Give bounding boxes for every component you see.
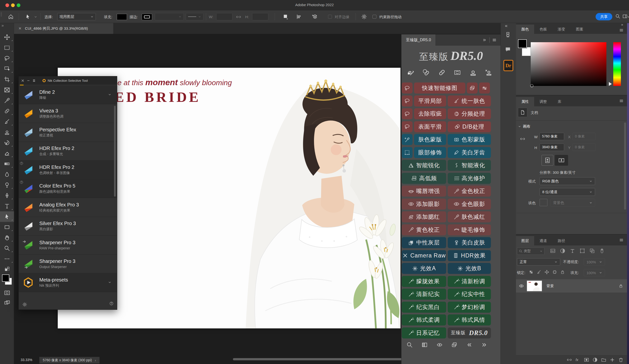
dr-button[interactable]: 中性灰层 — [402, 237, 446, 248]
close-tab-icon[interactable]: ✕ — [18, 26, 22, 31]
panel-menu-icon[interactable] — [619, 28, 624, 32]
plus-icon[interactable] — [610, 357, 615, 363]
dr-button[interactable]: 纪实黑白 — [402, 302, 446, 313]
select-mode-dropdown[interactable]: 现用图层 — [57, 13, 96, 20]
dr-button[interactable]: 光效B — [448, 263, 491, 274]
document-tab[interactable]: ✕ CUI_4866 拷贝.JPG @ 33.3%(RGB/8) — [14, 23, 113, 34]
tool-ellipsis[interactable] — [0, 254, 14, 264]
expand-panels-icon[interactable] — [504, 24, 508, 28]
dr-button[interactable]: 韩式风情 — [448, 314, 491, 325]
swap-colors-icon[interactable] — [4, 266, 10, 272]
adjust-new-icon[interactable] — [592, 357, 598, 363]
stamp-x-icon[interactable] — [485, 69, 492, 76]
bit-depth-dropdown[interactable]: 8 位/通道 — [540, 188, 595, 196]
canvas-width-input[interactable]: 5760 像素 — [540, 133, 564, 140]
tool-zoom[interactable] — [0, 243, 14, 254]
dr-button[interactable]: D/B处理 — [448, 121, 491, 132]
tool-lasso[interactable] — [0, 53, 14, 64]
folder-icon[interactable] — [601, 357, 606, 363]
gear-icon[interactable] — [361, 14, 367, 20]
align-edges-checkbox[interactable] — [328, 15, 332, 19]
chevron-down-icon[interactable] — [108, 93, 112, 96]
tab-props-调整[interactable]: 调整 — [534, 97, 552, 106]
dr-button[interactable]: 光效A — [402, 263, 446, 274]
tool-type[interactable] — [0, 201, 14, 211]
tab-props-库[interactable]: 库 — [552, 97, 567, 106]
dr-button[interactable]: 朦胧效果 — [402, 276, 446, 287]
dr-button[interactable]: 肤色减红 — [448, 211, 491, 222]
patch-icon[interactable] — [454, 69, 461, 76]
tool-rectangle[interactable] — [0, 222, 14, 232]
layer-filter-dropdown[interactable]: 类型 — [517, 247, 544, 255]
collapse-panel-icon[interactable] — [482, 38, 487, 42]
home-button[interactable] — [8, 14, 14, 20]
toolbar-collapse-icon[interactable] — [1, 24, 4, 27]
settings-gear-icon[interactable] — [22, 302, 27, 307]
nik-panel-header[interactable]: Nik Collection Selective Tool — [19, 76, 117, 85]
mask-icon[interactable] — [584, 357, 589, 363]
dr-button[interactable]: 高低频 — [402, 173, 446, 184]
shape-width-input[interactable] — [216, 13, 232, 20]
tool-object-select[interactable] — [0, 64, 14, 74]
dr5-panel-tab[interactable]: 至臻版_DR5.0 — [401, 34, 435, 46]
canvas-fill-swatch[interactable] — [540, 199, 547, 206]
screen-mode-icon[interactable] — [4, 299, 10, 306]
section-collapse-icon[interactable] — [518, 125, 521, 128]
tool-hand[interactable] — [0, 232, 14, 243]
dr-button[interactable]: 添加眼影 — [402, 198, 446, 210]
nik-plugin-item[interactable]: Sharpener Pro 3RAW Pre-sharpener — [19, 236, 117, 255]
lock-icon[interactable] — [560, 270, 565, 274]
dr-icon-button[interactable] — [402, 95, 413, 106]
healing-icon[interactable] — [438, 69, 446, 76]
collapsed-panel-icon[interactable] — [505, 31, 511, 38]
dr-icon-button[interactable] — [402, 121, 413, 132]
dr-button[interactable]: 清新粉调 — [448, 276, 491, 287]
stroke-swatch[interactable] — [142, 14, 152, 20]
color-field-marker[interactable] — [530, 84, 533, 87]
tool-blur[interactable] — [0, 169, 14, 180]
collapse-column-icon[interactable]: » — [621, 23, 623, 26]
background-color-swatch[interactable] — [522, 47, 531, 56]
dr-button[interactable]: 去除瑕疵 — [414, 108, 446, 119]
dr-button[interactable]: 分频处理 — [448, 108, 491, 119]
tool-eraser[interactable] — [0, 148, 14, 159]
layer-visibility-eye-icon[interactable] — [519, 283, 524, 288]
portrait-orientation-button[interactable] — [542, 155, 553, 166]
dr-button[interactable]: 美白皮肤 — [448, 237, 491, 248]
foreground-background-swatches[interactable] — [1, 274, 13, 286]
dr-button[interactable]: 韩式柔调 — [402, 314, 446, 325]
tile-icon[interactable] — [32, 79, 36, 82]
path-alignment-icon[interactable] — [296, 14, 302, 20]
tool-path-select[interactable] — [0, 211, 14, 222]
tool-preset-chevron-icon[interactable] — [34, 15, 37, 19]
dr-icon-button[interactable] — [402, 134, 413, 145]
dr-button[interactable]: 美白牙齿 — [448, 147, 491, 158]
dr-button[interactable]: 肤色蒙版 — [414, 134, 446, 145]
tab-layers-路径[interactable]: 路径 — [552, 236, 571, 245]
foreground-color-swatch[interactable] — [518, 39, 527, 48]
nik-plugin-item[interactable]: HDR Efex Pro 2色调映射 - 单张图像 — [19, 161, 117, 180]
dr-button[interactable]: 睫毛修饰 — [448, 224, 491, 235]
type-pick-icon[interactable] — [570, 248, 575, 254]
image-pick-icon[interactable] — [550, 248, 556, 254]
tab-color-颜色[interactable]: 颜色 — [516, 24, 534, 34]
dr-button[interactable]: 智能液化 — [448, 160, 491, 171]
move-icon[interactable] — [544, 270, 549, 274]
tab-color-图案[interactable]: 图案 — [571, 24, 589, 34]
clone-stamp-icon[interactable] — [469, 69, 477, 76]
dr-button[interactable]: 高光修护 — [448, 173, 491, 184]
filter-toggle-icon[interactable] — [599, 248, 605, 254]
tool-move[interactable] — [0, 32, 14, 42]
tool-frame[interactable] — [0, 85, 14, 95]
landscape-orientation-button[interactable] — [555, 155, 568, 166]
tool-healing[interactable] — [0, 106, 14, 116]
dr-button[interactable]: 金色眼影 — [448, 198, 491, 210]
dr-icon-button[interactable] — [402, 108, 413, 119]
tool-pen[interactable] — [0, 190, 14, 201]
dr-logo-button[interactable]: 至臻版DR5.0 — [448, 327, 491, 339]
dr-icon-button[interactable] — [467, 83, 478, 93]
dr-button[interactable]: 纪实中性 — [448, 289, 491, 300]
color-mode-dropdown[interactable]: RGB 颜色 — [540, 177, 595, 185]
dr-button[interactable]: 添加腮红 — [402, 211, 446, 222]
dr-button[interactable]: 快速智能修图 — [414, 83, 465, 93]
